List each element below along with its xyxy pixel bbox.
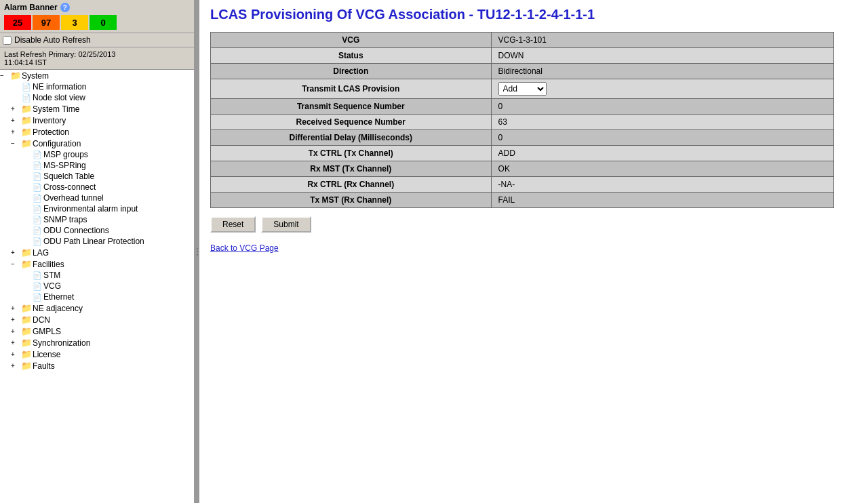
alarm-major[interactable]: 97 (33, 15, 60, 30)
tree-toggle-system-time[interactable]: + (11, 105, 20, 113)
tree-item-cross-connect[interactable]: 📄Cross-connect (0, 182, 194, 193)
doc-icon-ethernet: 📄 (31, 292, 43, 302)
tree-item-inventory[interactable]: +📁Inventory (0, 115, 194, 126)
tree-item-faults[interactable]: +📁Faults (0, 360, 194, 371)
tree-toggle-configuration[interactable]: − (11, 140, 20, 147)
tree-item-synchronization[interactable]: +📁Synchronization (0, 337, 194, 348)
alarm-warning[interactable]: 0 (90, 15, 117, 30)
doc-icon-overhead-tunnel: 📄 (31, 193, 43, 203)
field-value-0: VCG-1-3-101 (491, 33, 833, 48)
doc-icon-odu-connections: 📄 (31, 226, 43, 235)
field-value-9: -NA- (491, 177, 833, 193)
field-label-7: Tx CTRL (Tx Channel) (211, 146, 492, 161)
tree-item-env-alarm[interactable]: 📄Environmental alarm input (0, 203, 194, 214)
tree-label-overhead-tunnel: Overhead tunnel (43, 193, 104, 203)
reset-button[interactable]: Reset (210, 216, 256, 233)
folder-icon-system-time: 📁 (20, 104, 33, 114)
tree-toggle-inventory[interactable]: + (11, 117, 20, 124)
button-row: Reset Submit (210, 216, 857, 233)
tree-toggle-protection[interactable]: + (11, 128, 20, 136)
doc-icon-node-slot: 📄 (20, 93, 33, 102)
table-row: StatusDOWN (211, 48, 834, 64)
lcas-provision-select[interactable]: AddRemoveIdle (498, 82, 547, 96)
tree-item-ms-spring[interactable]: 📄MS-SPRing (0, 160, 194, 171)
tree-item-ne-adjacency[interactable]: +📁NE adjacency (0, 302, 194, 314)
table-row: Received Sequence Number63 (211, 115, 834, 130)
tree-item-ne-info[interactable]: 📄NE information (0, 81, 194, 92)
folder-icon-gmpls: 📁 (20, 326, 33, 336)
back-to-vcg-link[interactable]: Back to VCG Page (210, 243, 857, 253)
alarm-help-icon[interactable]: ? (60, 3, 70, 12)
alarm-minor[interactable]: 3 (61, 15, 88, 30)
field-label-8: Rx MST (Tx Channel) (211, 161, 492, 177)
tree-label-gmpls: GMPLS (33, 327, 61, 336)
tree-label-faults: Faults (33, 361, 55, 371)
tree-item-odu-path[interactable]: 📄ODU Path Linear Protection (0, 236, 194, 247)
field-value-4: 0 (491, 99, 833, 115)
tree-item-vcg[interactable]: 📄VCG (0, 281, 194, 291)
tree-toggle-dcn[interactable]: + (11, 316, 20, 323)
tree-toggle-system[interactable]: − (0, 72, 9, 79)
auto-refresh-checkbox[interactable] (3, 36, 12, 45)
tree-item-ethernet[interactable]: 📄Ethernet (0, 291, 194, 302)
tree-toggle-faults[interactable]: + (11, 362, 20, 369)
tree-item-squelch-table[interactable]: 📄Squelch Table (0, 171, 194, 182)
tree-toggle-license[interactable]: + (11, 350, 20, 358)
table-row: Tx CTRL (Tx Channel)ADD (211, 146, 834, 161)
tree-label-stm: STM (43, 270, 60, 280)
tree-item-configuration[interactable]: −📁Configuration (0, 138, 194, 149)
tree-label-dcn: DCN (33, 315, 50, 325)
table-row: Rx MST (Tx Channel)OK (211, 161, 834, 177)
tree-item-license[interactable]: +📁License (0, 348, 194, 360)
doc-icon-env-alarm: 📄 (31, 204, 43, 214)
alarm-critical[interactable]: 25 (4, 15, 31, 30)
tree-item-gmpls[interactable]: +📁GMPLS (0, 325, 194, 337)
tree-item-protection[interactable]: +📁Protection (0, 126, 194, 138)
tree-toggle-lag[interactable]: + (11, 249, 20, 256)
folder-icon-synchronization: 📁 (20, 338, 33, 348)
tree-toggle-facilities[interactable]: − (11, 260, 20, 268)
alarm-banner-panel: Alarm Banner ? 25 97 3 0 (0, 0, 194, 33)
tree-label-odu-connections: ODU Connections (43, 226, 109, 235)
tree-item-system-time[interactable]: +📁System Time (0, 103, 194, 115)
auto-refresh-row: Disable Auto Refresh (0, 33, 194, 47)
tree-item-system[interactable]: −📁System (0, 70, 194, 81)
field-label-1: Status (211, 48, 492, 64)
tree-label-inventory: Inventory (33, 116, 66, 125)
table-row: DirectionBidirectional (211, 64, 834, 79)
table-row: Tx MST (Rx Channel)FAIL (211, 193, 834, 208)
tree-item-snmp-traps[interactable]: 📄SNMP traps (0, 214, 194, 225)
tree-label-synchronization: Synchronization (33, 338, 90, 348)
field-value-3[interactable]: AddRemoveIdle (491, 79, 833, 99)
tree-item-odu-connections[interactable]: 📄ODU Connections (0, 225, 194, 236)
folder-icon-system: 📁 (9, 71, 22, 81)
folder-icon-protection: 📁 (20, 127, 33, 137)
tree-item-stm[interactable]: 📄STM (0, 270, 194, 281)
tree-label-system-time: System Time (33, 104, 79, 114)
tree-item-msp-groups[interactable]: 📄MSP groups (0, 149, 194, 160)
field-value-7: ADD (491, 146, 833, 161)
tree-label-vcg: VCG (43, 281, 61, 291)
tree-label-configuration: Configuration (33, 139, 81, 148)
tree-label-system: System (22, 71, 49, 81)
tree-item-facilities[interactable]: −📁Facilities (0, 258, 194, 270)
tree-item-node-slot[interactable]: 📄Node slot view (0, 92, 194, 103)
tree-toggle-ne-adjacency[interactable]: + (11, 304, 20, 312)
tree-item-overhead-tunnel[interactable]: 📄Overhead tunnel (0, 193, 194, 203)
doc-icon-squelch-table: 📄 (31, 172, 43, 181)
tree-toggle-gmpls[interactable]: + (11, 327, 20, 335)
field-value-8: OK (491, 161, 833, 177)
tree-item-dcn[interactable]: +📁DCN (0, 314, 194, 325)
submit-button[interactable]: Submit (261, 216, 311, 233)
alarm-counts-row: 25 97 3 0 (4, 15, 190, 30)
tree-label-ne-adjacency: NE adjacency (33, 304, 83, 313)
field-value-6: 0 (491, 130, 833, 146)
tree-label-cross-connect: Cross-connect (43, 182, 96, 192)
page-title: LCAS Provisioning Of VCG Association - T… (210, 7, 857, 22)
tree-item-lag[interactable]: +📁LAG (0, 247, 194, 258)
table-row: Rx CTRL (Rx Channel)-NA- (211, 177, 834, 193)
tree-label-snmp-traps: SNMP traps (43, 215, 87, 224)
folder-icon-ne-adjacency: 📁 (20, 303, 33, 313)
tree-toggle-synchronization[interactable]: + (11, 339, 20, 346)
field-label-4: Transmit Sequence Number (211, 99, 492, 115)
